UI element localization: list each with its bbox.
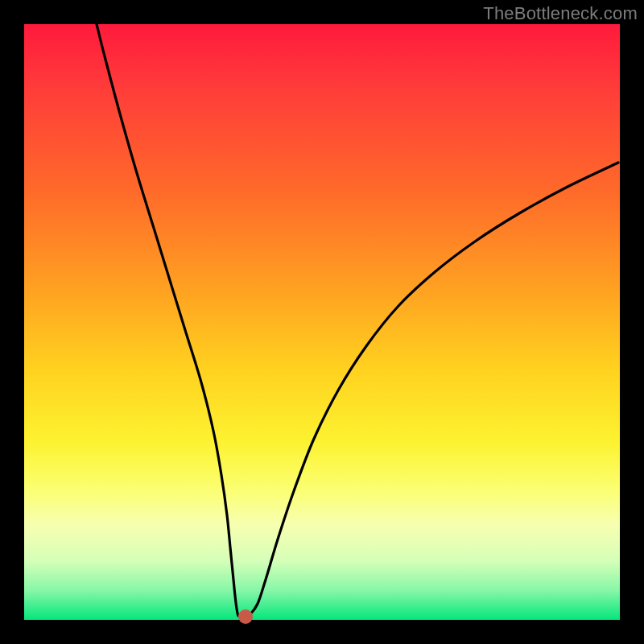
bottleneck-curve bbox=[97, 24, 618, 617]
watermark-text: TheBottleneck.com bbox=[483, 3, 638, 24]
chart-frame: TheBottleneck.com bbox=[0, 0, 644, 644]
chart-svg bbox=[24, 24, 620, 620]
chart-plot-area bbox=[24, 24, 620, 620]
optimal-point-marker bbox=[238, 609, 253, 624]
